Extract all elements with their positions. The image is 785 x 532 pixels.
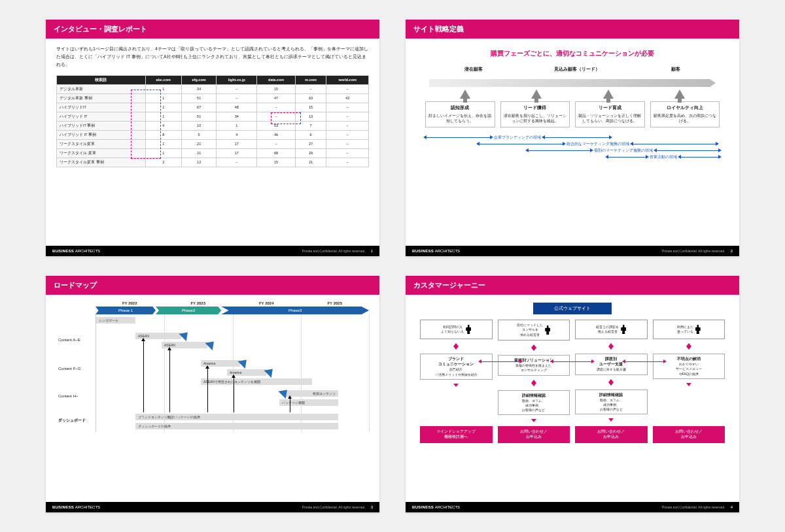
slide-title: カスタマージャーニー bbox=[406, 276, 739, 295]
table-header: m.com bbox=[295, 75, 326, 84]
person-icon bbox=[545, 325, 550, 335]
phase-chevron: Phase 1 bbox=[96, 307, 156, 314]
double-arrow-icon bbox=[686, 343, 691, 350]
page-number: 3 bbox=[371, 505, 373, 509]
table-row: デジタル革新134–15–– bbox=[57, 84, 369, 93]
page-number: 2 bbox=[731, 249, 733, 253]
table-header: abc.com bbox=[145, 75, 181, 84]
range-indicator: 個別のマーケティング施策の領域 bbox=[425, 148, 720, 153]
table-header: data.com bbox=[257, 75, 296, 84]
table-header: efg.com bbox=[182, 75, 217, 84]
fiscal-year-header: FY 2022FY 2023FY 2024FY 2025 bbox=[96, 301, 369, 305]
hub-box: 公式ウェブサイト bbox=[533, 303, 612, 314]
slide-site-strategy: サイト戦略定義 購買フェーズごとに、適切なコミュニケーションが必要 潜在顧客見込… bbox=[406, 20, 739, 256]
cards-row: 認知形成好ましいイメージを伝え、存在を認知してもらう。リード獲得潜在顧客を掘り起… bbox=[425, 101, 720, 127]
range-indicator: 営業活動の領域 bbox=[425, 155, 720, 159]
slide-roadmap: ロードマップ FY 2022FY 2023FY 2024FY 2025 Phas… bbox=[46, 276, 379, 512]
journey-column: 初回訪問の人 よく知らない人ブランド コミュニケーション自己紹介 ／活用メリット… bbox=[420, 320, 493, 443]
cta-box: お問い合わせ／ お申込み bbox=[575, 426, 648, 442]
page-number: 1 bbox=[371, 249, 373, 253]
journey-box: 詳細情報確認動画、コラム、 成功事例、 お客様の声など bbox=[575, 390, 648, 415]
horizontal-connector bbox=[553, 361, 592, 362]
slide-customer-journey: カスタマージャーニー 公式ウェブサイト 初回訪問の人 よく知らない人ブランド コ… bbox=[406, 276, 739, 512]
persona-box: 初回訪問の人 よく知らない人 bbox=[420, 320, 493, 339]
vertical-arrow-icon bbox=[143, 341, 144, 412]
bar-package: パッケージ展開 bbox=[279, 399, 338, 406]
person-icon bbox=[695, 325, 701, 334]
up-arrows-row bbox=[429, 90, 716, 99]
journey-box: 不明点の解消わかりやすい サービスメニュー やFAQの提供 bbox=[653, 354, 725, 379]
up-arrow-icon bbox=[460, 90, 470, 99]
journey-column: 経営上の課題を 抱える経営者課題別 ユーザー支援課題に対する処方箋詳細情報確認動… bbox=[575, 320, 648, 443]
down-arrow-icon bbox=[453, 384, 459, 387]
double-arrow-icon bbox=[453, 343, 459, 350]
up-arrow-icon bbox=[531, 90, 542, 99]
horizontal-connector bbox=[481, 361, 520, 362]
table-row: ワークスタイル変革12117–27– bbox=[57, 139, 369, 148]
journey-box: 課題別 ユーザー支援課題に対する処方箋 bbox=[575, 354, 648, 375]
row-label: Content H~ bbox=[58, 394, 94, 398]
strategy-card: 認知形成好ましいイメージを伝え、存在を認知してもらう。 bbox=[425, 101, 495, 127]
phase-chevron: Phase3 bbox=[221, 307, 369, 314]
brand-logo: BUSINESS ARCHITECTS bbox=[52, 249, 100, 253]
range-indicator: 企業ブランディングの領域 bbox=[425, 135, 720, 140]
page-number: 4 bbox=[731, 505, 733, 509]
row-label: Content A~E bbox=[58, 338, 94, 342]
chevron-icon bbox=[237, 356, 250, 369]
row-label: Content F~G bbox=[58, 367, 94, 371]
strategy-card: リード獲得潜在顧客を掘り起こし、ソリューションに対する興味を喚起。 bbox=[500, 101, 570, 127]
cta-box: お問い合わせ／ お申込み bbox=[653, 426, 725, 442]
slide-footer: BUSINESS ARCHITECTS Private and Confiden… bbox=[406, 502, 739, 512]
journey-box: 詳細情報確認動画、コラム、 成功事例、 お客様の声など bbox=[498, 390, 570, 416]
slide-footer: BUSINESS ARCHITECTS Private and Confiden… bbox=[46, 502, 379, 512]
chevron-icon bbox=[264, 365, 276, 378]
chevron-icon bbox=[179, 329, 191, 341]
table-header: 検索語 bbox=[57, 75, 146, 84]
double-arrow-icon bbox=[531, 380, 536, 386]
table-header: world.com bbox=[326, 75, 369, 84]
persona-box: 自社にマッチした コンサルを 求める経営者 bbox=[498, 320, 570, 341]
vertical-arrow-icon bbox=[290, 398, 290, 412]
chevron-icon bbox=[205, 338, 217, 350]
up-arrow-icon bbox=[603, 90, 614, 99]
double-arrow-icon bbox=[531, 344, 536, 351]
person-icon bbox=[466, 325, 471, 334]
table-header: light.co.jp bbox=[217, 75, 257, 84]
phase-arrow-band bbox=[429, 79, 716, 87]
table-row: デジタル革新 事例151–476342 bbox=[57, 93, 369, 103]
double-arrow-icon bbox=[608, 379, 614, 386]
row-label: ダッシュボード bbox=[58, 418, 94, 424]
slide-footer: BUSINESS ARCHITECTS Private and Confiden… bbox=[406, 246, 739, 256]
journey-column: 自社にマッチした コンサルを 求める経営者業種別ソリューション業種の特殊性を踏ま… bbox=[498, 320, 570, 443]
phase-labels: 潜在顧客見込み顧客（リード）顧客 bbox=[429, 66, 716, 73]
down-arrow-icon bbox=[608, 418, 614, 422]
bar-dashboard: ダッシュボードの提供 bbox=[135, 423, 338, 429]
horizontal-connector bbox=[625, 361, 664, 362]
vertical-arrow-icon bbox=[169, 350, 170, 412]
down-arrow-icon bbox=[686, 383, 691, 386]
table-row: ハイブリッドIT16748–15– bbox=[57, 103, 369, 112]
table-row: ハイブリッドIT 事例4101537– bbox=[57, 121, 369, 130]
journey-box: ブランド コミュニケーション自己紹介 ／活用メリットや実績を紹介 bbox=[420, 354, 493, 380]
vertical-arrow-icon bbox=[207, 368, 208, 412]
intro-text: サイトはいずれも1ページ目に掲出されており、4テーマは「取り扱っているテーマ」と… bbox=[56, 45, 369, 69]
bar-singapore: シンガポール bbox=[96, 317, 135, 324]
table-row: ワークスタイル変革 事例212–1521– bbox=[57, 158, 369, 167]
bar-brand-pkg: ブランドコンテンツ翻訳パッケージの提供 bbox=[135, 414, 338, 420]
cta-box: お問い合わせ／ お申込み bbox=[498, 426, 570, 442]
strategy-card: ロイヤルティ向上顧客満足度を高め、次の商談につなげる。 bbox=[650, 101, 720, 127]
slide-title: ロードマップ bbox=[46, 276, 379, 295]
person-icon bbox=[621, 325, 626, 334]
table-row: ワークスタイル 変革121176829– bbox=[57, 148, 369, 158]
slide-title: サイト戦略定義 bbox=[406, 20, 739, 39]
journey-column: 利用にまだ 迷っている不明点の解消わかりやすい サービスメニュー やFAQの提供… bbox=[653, 320, 725, 443]
search-results-table: 検索語abc.comefg.comlight.co.jpdata.comm.co… bbox=[56, 75, 369, 167]
cta-box: マインドシェアアップ 機種検討層へ bbox=[420, 426, 493, 442]
strategy-card: リード育成製品・ソリューションを正しく理解してもらい、商談につなげる。 bbox=[575, 101, 645, 127]
persona-box: 利用にまだ 迷っている bbox=[653, 320, 725, 339]
up-arrow-icon bbox=[674, 90, 685, 99]
double-arrow-icon bbox=[608, 343, 614, 350]
vertical-arrow-icon bbox=[234, 377, 234, 412]
phase-chevron: Phase2 bbox=[156, 307, 221, 314]
table-row: ハイブリッド IT 事例854466– bbox=[57, 130, 369, 139]
